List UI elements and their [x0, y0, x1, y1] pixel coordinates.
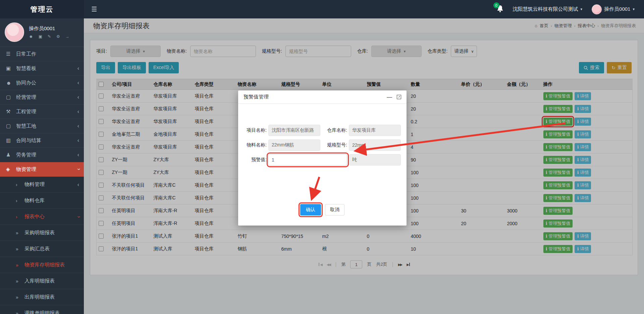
sidebar-item-business-mgmt[interactable]: ▢经营管理‹ [0, 90, 84, 105]
sidebar-item-inventory-detail-report[interactable]: »物资库存明细报表 [0, 257, 84, 273]
sidebar-item-purchase-summary[interactable]: »采购汇总表 [0, 241, 84, 257]
photo-icon[interactable]: ▣ [39, 34, 42, 39]
sidebar-item-label: 劳务管理 [16, 152, 36, 158]
warning-value-label: 预警值: [243, 157, 267, 163]
sidebar-item-label: 采购明细报表 [24, 230, 55, 236]
sidebar-item-purchase-detail-report[interactable]: »采购明细报表 [0, 225, 84, 241]
submenu-arrow-icon: › [16, 198, 24, 203]
chevron-down-icon: ▾ [633, 7, 635, 11]
sidebar-toggle-icon[interactable]: ☰ [84, 5, 104, 13]
submenu-arrow-icon: » [16, 262, 24, 268]
sidebar-item-label: 调拨单明细报表 [24, 310, 60, 314]
chevron-down-icon: ▾ [581, 7, 583, 11]
project-name-field [268, 125, 320, 136]
spec-field [349, 139, 401, 151]
submenu-arrow-icon: » [16, 311, 24, 314]
submenu-arrow-icon: » [16, 230, 24, 236]
submenu-arrow-icon: › [16, 182, 24, 187]
monitor-icon: ▢ [6, 94, 16, 100]
chevron-left-icon: ‹ [77, 123, 79, 129]
doc-icon: ▥ [6, 137, 16, 143]
sidebar-item-daily-work[interactable]: ☰日常工作 [0, 47, 84, 61]
notification-badge: 0 [493, 2, 499, 8]
sidebar-item-labor-mgmt[interactable]: ♟劳务管理‹ [0, 148, 84, 162]
chevron-left-icon: ‹ [77, 152, 79, 158]
logout-icon[interactable]: → [65, 34, 69, 39]
worker-icon: ♟ [6, 152, 16, 158]
chevron-left-icon: ‹ [77, 65, 79, 71]
submenu-arrow-icon: » [16, 278, 24, 284]
sidebar-item-material-warehouse[interactable]: ›物料仓库 [0, 193, 84, 209]
warning-value-dialog: 预警值管理 — ↗ 项目名称: 仓库名称: 物料名称: 规格型号: 预警值: 确… [238, 90, 407, 226]
sidebar-item-label: 物资库存明细报表 [24, 262, 65, 268]
chevron-left-icon: ‹ [77, 80, 79, 86]
warning-value-input[interactable] [268, 154, 347, 166]
sidebar-item-inbound-detail-report[interactable]: »入库明细报表 [0, 273, 84, 289]
sidebar-item-contracts[interactable]: ▥合同与结算‹ [0, 133, 84, 148]
sidebar-item-material-mgmt[interactable]: ›物料管理‹ [0, 177, 84, 193]
sidebar-item-label: 智慧看板 [16, 65, 36, 72]
sidebar-item-outbound-detail-report[interactable]: »出库明细报表 [0, 289, 84, 305]
user-icon[interactable]: ☻ [29, 34, 33, 39]
sidebar-item-collaboration[interactable]: ☻协同办公‹ [0, 76, 84, 90]
avatar[interactable] [5, 22, 24, 42]
dialog-title: 预警值管理 [244, 94, 269, 100]
chevron-left-icon: ‹ [77, 109, 79, 115]
spec-label: 规格型号: [323, 142, 347, 148]
key-icon[interactable]: ⚙ [56, 34, 60, 39]
maximize-icon[interactable]: ↗ [397, 95, 401, 99]
gavel-icon: ⚒ [6, 109, 16, 115]
sidebar-item-label: 物料仓库 [24, 197, 45, 204]
sidebar-item-transfer-detail-report[interactable]: »调拨单明细报表 [0, 305, 84, 314]
material-name-label: 物料名称: [243, 142, 267, 148]
submenu-arrow-icon: » [16, 246, 24, 252]
users-icon: ☻ [6, 80, 16, 86]
box-icon: ◈ [6, 166, 16, 172]
user-name: 操作员0001 [604, 6, 630, 12]
sidebar-item-report-center[interactable]: ›报表中心‹ [0, 209, 84, 225]
sidebar-user-name: 操作员0001 [29, 25, 69, 32]
cancel-button[interactable]: 取消 [325, 204, 344, 215]
sidebar-item-label: 报表中心 [24, 213, 45, 220]
sidebar-item-engineering-mgmt[interactable]: ⚒工程管理‹ [0, 105, 84, 119]
submenu-arrow-icon: › [16, 214, 24, 219]
sidebar-item-label: 日常工作 [16, 51, 36, 57]
sidebar-item-smart-site[interactable]: ▢智慧工地‹ [0, 119, 84, 133]
submenu-arrow-icon: » [16, 295, 24, 300]
unit-field [349, 154, 401, 166]
notifications-button[interactable]: 0 [497, 5, 503, 13]
sidebar: 操作员0001 ☻▣✎⚙→ ☰日常工作▣智慧看板‹☻协同办公‹▢经营管理‹⚒工程… [0, 18, 84, 314]
top-navbar: 管理云 ☰ 0 沈阳慧筑云科技有限公司测试 ▾ 操作员0001 ▾ [0, 0, 644, 18]
sidebar-item-label: 采购汇总表 [24, 246, 50, 252]
sidebar-item-label: 物料管理 [24, 181, 45, 188]
user-menu[interactable]: 操作员0001 ▾ [592, 4, 635, 14]
confirm-button[interactable]: 确认 [300, 204, 321, 215]
sidebar-item-label: 合同与结算 [16, 137, 41, 144]
chevron-down-icon: ‹ [75, 216, 81, 217]
sidebar-item-smart-board[interactable]: ▣智慧看板‹ [0, 61, 84, 76]
warehouse-name-label: 仓库名称: [323, 127, 347, 133]
chevron-down-icon: ‹ [75, 168, 81, 170]
daily-icon: ☰ [6, 51, 16, 57]
edit-icon[interactable]: ✎ [48, 34, 51, 39]
sidebar-item-label: 出库明细报表 [24, 294, 55, 300]
chevron-left-icon: ‹ [77, 182, 79, 188]
monitor-icon: ▢ [6, 123, 16, 129]
company-menu[interactable]: 沈阳慧筑云科技有限公司测试 ▾ [513, 6, 583, 12]
project-name-label: 项目名称: [243, 127, 267, 133]
sidebar-item-materials-mgmt[interactable]: ◈物资管理‹ [0, 162, 84, 177]
sidebar-user-card: 操作员0001 ☻▣✎⚙→ [0, 18, 84, 47]
warehouse-name-field [349, 125, 401, 136]
sidebar-item-label: 工程管理 [16, 109, 36, 115]
sidebar-item-label: 入库明细报表 [24, 278, 55, 284]
sidebar-menu: ☰日常工作▣智慧看板‹☻协同办公‹▢经营管理‹⚒工程管理‹▢智慧工地‹▥合同与结… [0, 47, 84, 314]
chevron-left-icon: ‹ [77, 137, 79, 143]
chevron-left-icon: ‹ [77, 94, 79, 100]
minimize-icon[interactable]: — [387, 96, 392, 99]
app-logo[interactable]: 管理云 [0, 0, 84, 18]
sidebar-item-label: 经营管理 [16, 94, 36, 101]
sidebar-item-label: 物资管理 [16, 166, 36, 173]
sidebar-item-label: 协同办公 [16, 80, 36, 86]
avatar [592, 4, 602, 14]
board-icon: ▣ [6, 65, 16, 71]
